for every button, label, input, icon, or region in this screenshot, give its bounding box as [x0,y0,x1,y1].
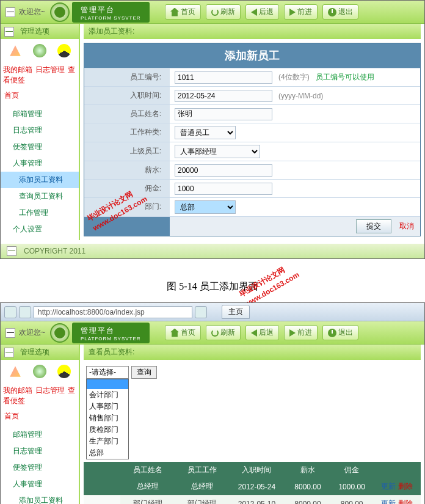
input-hire-date[interactable] [175,90,272,102]
submit-button[interactable]: 提交 [356,219,391,233]
dept-dropdown-list: 会计部门人事部门销售部门质检部门生产部门总部 [86,379,129,459]
triangle-icon[interactable] [9,365,22,378]
sidebar-title: — 管理选项 [1,345,79,360]
refresh-icon [211,329,219,337]
form-title: 添加新员工 [84,43,420,68]
column-header: 员工姓名 [120,462,175,478]
table-cell: 部门经理 [120,495,175,505]
link-my-mail[interactable]: 我的邮箱 [3,65,32,74]
link-log-mgmt[interactable]: 日志管理 [35,65,65,74]
select-supervisor[interactable]: 人事部经理 [175,145,260,158]
url-bar[interactable]: http://localhost:8800/oa/index.jsp [34,306,192,318]
nav-view-employee[interactable]: 查询员工资料 [1,188,79,205]
exit-button[interactable]: 退出 [322,325,358,340]
dropdown-option[interactable]: 生产部门 [87,436,128,447]
browser-refresh-button[interactable] [195,306,207,318]
dropdown-option[interactable]: 总部 [87,447,128,459]
copyright-collapse-icon[interactable]: — [7,246,16,256]
minimize-button[interactable]: — [5,7,15,17]
triangle-icon[interactable] [9,44,22,57]
sidebar-home[interactable]: 首页 [1,88,79,103]
leaf-icon[interactable] [33,44,46,57]
dept-filter-select[interactable]: -请选择- 会计部门人事部门销售部门质检部门生产部门总部 [86,366,129,459]
delete-link[interactable]: 删除 [398,499,413,504]
input-emp-name[interactable] [175,108,272,120]
query-button[interactable]: 查询 [131,366,157,379]
nav-mail-mgmt[interactable]: 邮箱管理 [1,426,79,443]
home-button[interactable]: 首页 [165,4,201,20]
update-link[interactable]: 更新 [381,499,396,504]
link-log-mgmt[interactable]: 日志管理 [35,386,65,395]
nav-personal[interactable]: 个人设置 [1,221,79,238]
home-button[interactable]: 首页 [165,325,201,340]
hint-emp-id-ok: 员工编号可以使用 [316,72,374,82]
dropdown-option[interactable] [87,379,128,389]
sidebar-collapse-button[interactable]: — [4,348,14,357]
leaf-icon[interactable] [33,365,46,378]
dropdown-option[interactable]: 质检部门 [87,424,128,436]
nav-note-mgmt[interactable]: 便签管理 [1,139,79,155]
table-row: 部门经理部门经理2012-05-108000.00800.00更新删除 [84,495,421,505]
radiation-icon[interactable] [57,365,71,378]
exit-button[interactable]: 退出 [322,4,358,20]
sidebar: — 管理选项 我的邮箱 日志管理 查看便签 首页 邮箱管理 日志管理 便签管理 … [1,345,80,504]
select-job-type[interactable]: 普通员工 [175,126,236,139]
hint-date-format: (yyyy-MM-dd) [278,92,323,100]
forward-button[interactable]: 前进 [284,4,318,20]
column-header: 佣金 [331,462,372,478]
update-link[interactable]: 更新 [381,482,396,491]
main-content: 添加员工资料: 添加新员工 员工编号: (4位数字) 员工编号可以使用 入职时间… [80,24,424,240]
nav-mail-mgmt[interactable]: 邮箱管理 [1,106,79,122]
nav-hr-mgmt[interactable]: 人事管理 [1,476,79,492]
radiation-icon[interactable] [57,44,71,57]
logo-icon [50,323,70,343]
input-bonus[interactable] [175,183,272,195]
minimize-button[interactable]: — [5,328,15,338]
column-header: 员工工作 [175,462,229,478]
refresh-button[interactable]: 刷新 [206,4,241,20]
nav-note-mgmt[interactable]: 便签管理 [1,459,79,476]
table-cell [84,478,120,495]
select-dept[interactable]: 总部 [175,200,236,214]
label-job-type: 工作种类: [84,123,170,142]
browser-back-button[interactable] [4,306,16,318]
browser-chrome: http://localhost:8800/oa/index.jsp 主页 [1,303,424,321]
figure-caption: 图 5-14 员工添加界面 [0,271,425,302]
sidebar-collapse-button[interactable]: — [4,27,14,37]
copyright-bar: — COPYRIGHT 2011 [1,244,424,258]
app-header: — 欢迎您~ 管理平台 PLATFORM SYSVTER 首页 刷新 后退 前进… [1,1,424,24]
nav-log-mgmt[interactable]: 日志管理 [1,122,79,139]
table-cell: 8000.00 [285,478,331,495]
sidebar-quick-icons [1,39,79,62]
label-bonus: 佣金: [84,180,170,197]
sidebar-nav: 邮箱管理 日志管理 便签管理 人事管理 添加员工资料 查询员工资料 工作管理 个… [1,103,79,240]
dropdown-option[interactable]: 人事部门 [87,401,128,412]
browser-tab[interactable]: 主页 [222,305,250,319]
employee-table: 员工姓名员工工作入职时间薪水佣金 总经理总经理2012-05-248000.00… [84,462,421,504]
exit-icon [328,329,336,337]
nav-add-employee[interactable]: 添加员工资料 [1,492,79,504]
dropdown-option[interactable]: 销售部门 [87,412,128,424]
cancel-button[interactable]: 取消 [399,222,414,230]
browser-forward-button[interactable] [19,306,31,318]
nav-log-mgmt[interactable]: 日志管理 [1,443,79,459]
screenshot-add-employee: — 欢迎您~ 管理平台 PLATFORM SYSVTER 首页 刷新 后退 前进… [0,0,425,259]
refresh-button[interactable]: 刷新 [206,325,241,340]
back-button[interactable]: 后退 [245,4,279,20]
table-cell-actions: 更新删除 [372,495,421,505]
query-bar: -请选择- 会计部门人事部门销售部门质检部门生产部门总部 查询 [84,363,421,462]
delete-link[interactable]: 删除 [398,482,413,491]
forward-button[interactable]: 前进 [284,325,318,340]
nav-work-mgmt[interactable]: 工作管理 [1,205,79,221]
link-my-mail[interactable]: 我的邮箱 [3,386,32,395]
input-salary[interactable] [175,164,272,177]
label-dept: 部门: [84,198,170,216]
dropdown-option[interactable]: 会计部门 [87,389,128,401]
input-emp-id[interactable] [175,71,272,84]
label-hire-date: 入职时间: [84,87,170,104]
table-cell-actions: 更新删除 [372,478,421,495]
nav-hr-mgmt[interactable]: 人事管理 [1,155,79,172]
back-button[interactable]: 后退 [245,325,279,340]
nav-add-employee[interactable]: 添加员工资料 [1,172,79,188]
sidebar-home[interactable]: 首页 [1,409,79,424]
